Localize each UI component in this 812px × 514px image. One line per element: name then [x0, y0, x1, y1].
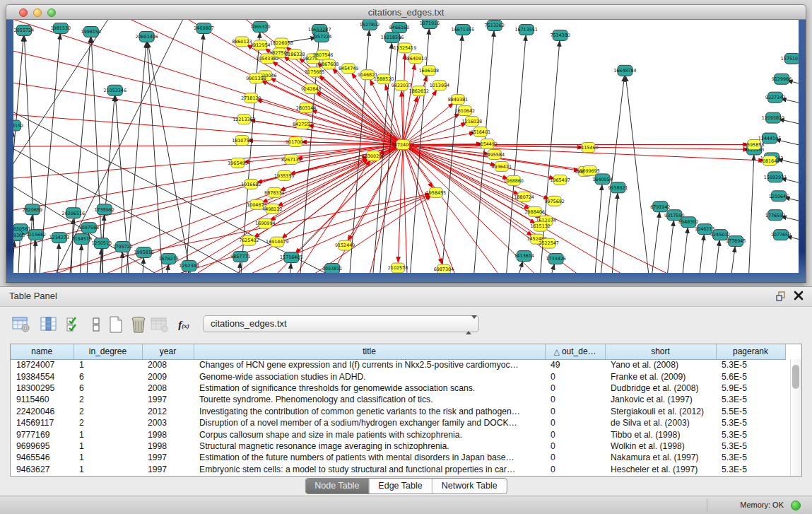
function-builder-icon[interactable]: f(x)	[174, 315, 194, 334]
table-row[interactable]: 946554611997Estimation of the future num…	[11, 452, 785, 463]
graph-node[interactable]: 16648784	[613, 65, 636, 76]
graph-node[interactable]: 1916682	[241, 179, 261, 189]
graph-node[interactable]: 1216028	[462, 117, 482, 127]
table-row[interactable]: 969969511998Structural magnetic resonanc…	[11, 440, 785, 452]
graph-node[interactable]: 18640910	[404, 54, 427, 64]
graph-node[interactable]: 2055724	[14, 25, 34, 35]
delete-icon[interactable]	[129, 315, 148, 334]
graph-node[interactable]: 21053346	[104, 85, 126, 95]
graph-node[interactable]: 1776593	[765, 210, 785, 221]
graph-node[interactable]: 9154492	[478, 139, 498, 149]
graph-node[interactable]: 1733426	[546, 254, 565, 264]
graph-node[interactable]: 1083152	[13, 120, 23, 131]
graph-node[interactable]: 15992931	[764, 172, 787, 182]
graph-node[interactable]: 20206516	[62, 208, 85, 218]
graph-node[interactable]: 2520659	[23, 204, 42, 215]
graph-node[interactable]: 1234273	[49, 233, 69, 243]
column-header-short[interactable]: short	[605, 344, 716, 359]
graph-node[interactable]: 1077653	[771, 230, 791, 240]
graph-node[interactable]: 1292344	[179, 261, 199, 271]
graph-node[interactable]: 19218596	[381, 32, 404, 42]
graph-node[interactable]: 13325419	[394, 43, 416, 53]
table-row[interactable]: 946362711997Embryonic stem cells: a mode…	[11, 464, 785, 475]
graph-node[interactable]: 9115460	[578, 143, 598, 153]
graph-node[interactable]: 4516401	[471, 127, 490, 137]
graph-node[interactable]: 8936421	[492, 161, 512, 171]
graph-node[interactable]: 8860123	[232, 37, 252, 47]
tab-network-table[interactable]: Network Table	[432, 479, 507, 493]
table-settings-icon[interactable]	[11, 315, 31, 334]
graph-node[interactable]: 7514380	[550, 30, 570, 40]
network-canvas-svg[interactable]: 2055724198153019981542069140624698071065…	[13, 20, 799, 273]
graph-node[interactable]: 2102578	[388, 263, 408, 273]
show-columns-icon[interactable]	[39, 315, 59, 334]
graph-node[interactable]: 8466160	[389, 22, 409, 33]
graph-node[interactable]: 2469807	[194, 23, 213, 33]
table-row[interactable]: 1872400712008Changes of HCN gene express…	[11, 359, 785, 370]
graph-node[interactable]: 1065320	[250, 21, 270, 32]
delete-table-icon[interactable]	[150, 315, 170, 334]
graph-node[interactable]: 7513262	[485, 20, 505, 30]
graph-node[interactable]: 1097588	[79, 223, 99, 233]
graph-node[interactable]: 8878334	[264, 187, 284, 197]
graph-node[interactable]: 2718120	[241, 93, 261, 103]
column-header-pagerank[interactable]: pagerank	[716, 344, 785, 359]
new-file-icon[interactable]	[106, 315, 126, 334]
graph-node[interactable]: 1998154	[81, 26, 101, 37]
graph-node[interactable]: 16713551	[514, 24, 537, 35]
column-header-name[interactable]: name	[11, 344, 73, 359]
network-canvas[interactable]: 2055724198153019981542069140624698071065…	[13, 20, 799, 273]
select-columns-icon[interactable]	[64, 315, 83, 334]
graph-node[interactable]: 1995816	[134, 247, 153, 258]
graph-node[interactable]: 9857771	[230, 252, 250, 262]
graph-node[interactable]: 1527802	[360, 20, 379, 30]
tab-edge-table[interactable]: Edge Table	[368, 479, 431, 493]
graph-node[interactable]: 6987304	[434, 264, 454, 273]
table-scrollbar-thumb[interactable]	[792, 365, 799, 389]
graph-node[interactable]: 1154519	[72, 234, 92, 245]
graph-node[interactable]: 9129966	[772, 74, 792, 84]
graph-node[interactable]: 1068860	[504, 175, 524, 185]
graph-node[interactable]: 16671355	[452, 24, 474, 35]
graph-node[interactable]: 8454749	[339, 64, 358, 74]
table-row[interactable]: 2242004622012Investigating the contribut…	[11, 406, 785, 417]
graph-node[interactable]: 12213363	[233, 115, 255, 124]
graph-node[interactable]: 1795722	[113, 242, 133, 252]
column-header-title[interactable]: title	[194, 344, 545, 359]
graph-node[interactable]: 1810755	[232, 136, 252, 146]
graph-node[interactable]: 1250513	[92, 238, 112, 249]
column-header-out_de[interactable]: △out_de…	[545, 344, 605, 359]
close-icon[interactable]	[794, 291, 805, 302]
float-window-icon[interactable]	[775, 291, 787, 302]
graph-node[interactable]: 8948302	[678, 217, 698, 228]
table-scrollbar[interactable]	[790, 359, 801, 476]
window-titlebar[interactable]: citations_edges.txt	[6, 4, 806, 20]
table-selector-dropdown[interactable]: citations_edges.txt	[203, 315, 479, 332]
graph-node[interactable]: 1413614	[514, 251, 534, 262]
column-header-in_degree[interactable]: in_degree	[73, 344, 142, 359]
column-header-year[interactable]: year	[142, 344, 194, 359]
table-row[interactable]: 977716911998Corpus callosum shape and si…	[11, 428, 785, 440]
graph-node[interactable]: 9938921	[608, 182, 628, 193]
row-height-icon[interactable]	[86, 315, 106, 334]
table-row[interactable]: 1830029562008Estimation of significance …	[11, 382, 785, 394]
table-row[interactable]: 911546021997Tourette syndrome. Phenomeno…	[11, 394, 785, 405]
graph-node[interactable]: 1862612	[409, 86, 429, 96]
graph-node[interactable]: 1115682	[26, 230, 46, 240]
graph-node[interactable]: 1495584	[485, 149, 505, 159]
tab-node-table[interactable]: Node Table	[305, 479, 368, 493]
graph-node[interactable]: 12093822	[762, 112, 784, 123]
graph-node[interactable]: 1210646	[769, 191, 789, 201]
graph-node[interactable]: 6791942	[650, 201, 670, 212]
table-row[interactable]: 1456911722003Disruption of a novel membe…	[11, 417, 785, 428]
graph-node[interactable]: 9975692	[544, 196, 564, 206]
graph-node[interactable]: 18226058	[270, 38, 293, 48]
graph-node[interactable]: 1965497	[550, 175, 570, 185]
graph-node[interactable]: 20691406	[135, 31, 158, 42]
graph-node[interactable]: 1735992	[95, 204, 114, 215]
graph-node[interactable]: 1696108	[419, 66, 439, 76]
graph-node[interactable]: 1013954	[430, 81, 449, 90]
table-row[interactable]: 1938455462009Genome-wide association stu…	[11, 370, 785, 382]
graph-node[interactable]: 1678275	[158, 254, 178, 264]
graph-node[interactable]: 1935359	[274, 170, 294, 180]
